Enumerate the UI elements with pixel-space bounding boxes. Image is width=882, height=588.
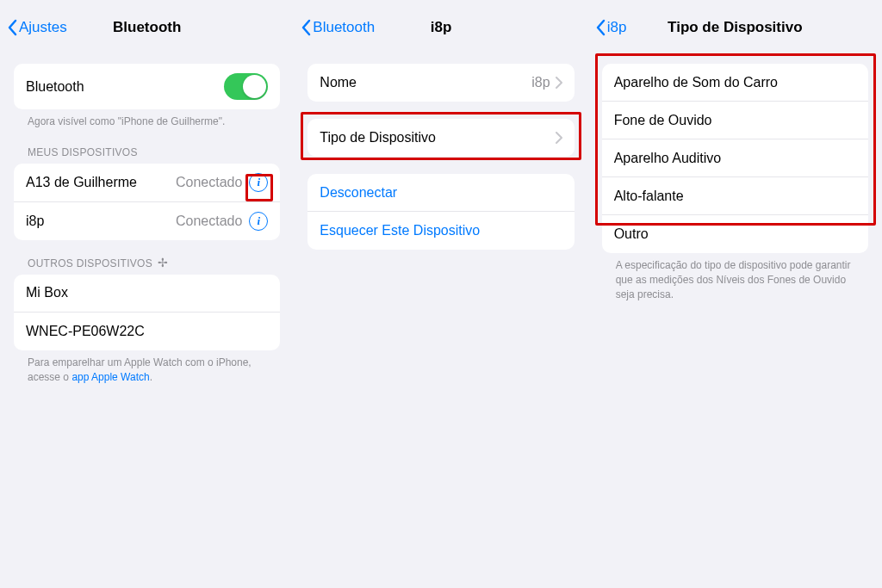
page-title: Tipo de Dispositivo xyxy=(668,19,802,36)
name-value: i8p xyxy=(531,75,550,90)
device-row[interactable]: i8p Conectado i xyxy=(14,202,280,240)
visibility-text: Agora visível como "iPhone de Guilherme"… xyxy=(14,109,280,129)
my-devices-header: MEUS DISPOSITIVOS xyxy=(14,146,280,164)
type-footer: A especificação do tipo de dispositivo p… xyxy=(602,253,868,301)
type-option-row[interactable]: Alto-falante xyxy=(602,177,868,215)
device-status: Conectado xyxy=(176,214,242,229)
other-devices-header-label: OUTROS DISPOSITIVOS xyxy=(28,257,152,269)
type-option-row[interactable]: Aparelho de Som do Carro xyxy=(602,64,868,102)
info-icon[interactable]: i xyxy=(249,173,268,192)
pairing-footer: Para emparelhar um Apple Watch com o iPh… xyxy=(14,350,280,385)
header: Ajustes Bluetooth xyxy=(0,9,294,46)
chevron-left-icon xyxy=(7,19,17,36)
chevron-right-icon xyxy=(556,132,562,144)
spinner-icon xyxy=(158,257,170,269)
device-name: i8p xyxy=(26,214,44,229)
device-row[interactable]: A13 de Guilherme Conectado i xyxy=(14,164,280,202)
other-device-name: Mi Box xyxy=(26,285,68,300)
other-devices-list: Mi Box WNEC-PE06W22C xyxy=(14,275,280,350)
type-option-label: Aparelho Auditivo xyxy=(614,151,722,166)
other-devices-header: OUTROS DISPOSITIVOS xyxy=(14,257,280,275)
type-option-row[interactable]: Outro xyxy=(602,215,868,253)
device-actions-group: Desconectar Esquecer Este Dispositivo xyxy=(307,174,574,250)
page-title: Bluetooth xyxy=(113,19,181,36)
chevron-right-icon xyxy=(556,77,562,89)
device-status: Conectado xyxy=(176,175,242,190)
type-row[interactable]: Tipo de Dispositivo xyxy=(307,119,574,157)
other-device-row[interactable]: WNEC-PE06W22C xyxy=(14,313,280,350)
header: Bluetooth i8p xyxy=(294,9,587,46)
name-row[interactable]: Nome i8p xyxy=(307,64,574,102)
bluetooth-toggle-group: Bluetooth xyxy=(14,64,280,109)
type-option-label: Fone de Ouvido xyxy=(614,113,712,128)
bluetooth-toggle-row[interactable]: Bluetooth xyxy=(14,64,280,109)
back-label: Bluetooth xyxy=(313,19,375,36)
chevron-left-icon xyxy=(301,19,311,36)
back-button[interactable]: Ajustes xyxy=(7,19,67,36)
footer-suffix: . xyxy=(150,371,152,383)
disconnect-label: Desconectar xyxy=(320,185,397,201)
panel-device-type: i8p Tipo de Dispositivo Aparelho de Som … xyxy=(588,0,882,588)
device-name: A13 de Guilherme xyxy=(26,175,137,190)
panel-device-detail: Bluetooth i8p Nome i8p Tipo de Dispositi… xyxy=(294,0,587,588)
type-option-label: Alto-falante xyxy=(614,189,684,204)
device-type-group: Tipo de Dispositivo xyxy=(307,119,574,157)
back-label: i8p xyxy=(607,19,627,36)
info-icon[interactable]: i xyxy=(249,212,268,231)
disconnect-button[interactable]: Desconectar xyxy=(307,174,574,212)
back-label: Ajustes xyxy=(19,19,67,36)
other-device-name: WNEC-PE06W22C xyxy=(26,324,145,339)
my-devices-list: A13 de Guilherme Conectado i i8p Conecta… xyxy=(14,164,280,240)
forget-device-button[interactable]: Esquecer Este Dispositivo xyxy=(307,212,574,250)
forget-label: Esquecer Este Dispositivo xyxy=(320,223,480,238)
type-label: Tipo de Dispositivo xyxy=(320,130,436,145)
chevron-left-icon xyxy=(595,19,606,36)
type-option-row[interactable]: Fone de Ouvido xyxy=(602,102,868,139)
device-name-group: Nome i8p xyxy=(307,64,574,102)
back-button[interactable]: i8p xyxy=(595,19,627,36)
bluetooth-toggle-switch[interactable] xyxy=(224,73,268,100)
apple-watch-link[interactable]: app Apple Watch xyxy=(71,371,149,383)
page-title: i8p xyxy=(431,19,452,36)
other-device-row[interactable]: Mi Box xyxy=(14,275,280,313)
type-option-label: Aparelho de Som do Carro xyxy=(614,75,778,90)
type-options-list: Aparelho de Som do Carro Fone de Ouvido … xyxy=(602,64,868,253)
type-option-row[interactable]: Aparelho Auditivo xyxy=(602,139,868,177)
type-option-label: Outro xyxy=(614,226,649,242)
bluetooth-toggle-label: Bluetooth xyxy=(26,79,84,95)
header: i8p Tipo de Dispositivo xyxy=(588,9,882,46)
name-label: Nome xyxy=(320,75,357,90)
panel-bluetooth-settings: Ajustes Bluetooth Bluetooth Agora visíve… xyxy=(0,0,294,588)
back-button[interactable]: Bluetooth xyxy=(301,19,375,36)
